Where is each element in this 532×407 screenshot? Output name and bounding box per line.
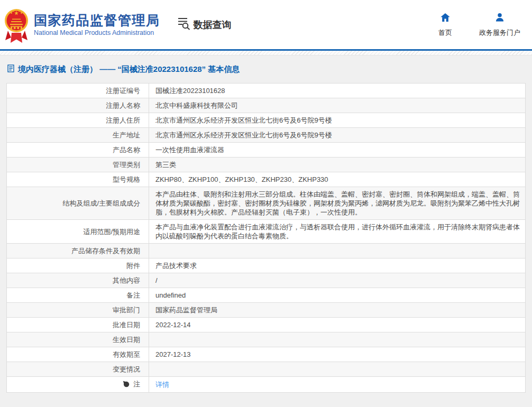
- row-label-text: 管理类别: [113, 161, 140, 169]
- row-label-text: 审批部门: [113, 306, 140, 314]
- row-label-text: 生效日期: [113, 336, 140, 344]
- row-value: ZKHP80、ZKHP100、ZKHP130、ZKHP230、ZKHP330: [149, 172, 526, 187]
- nav-item-service-portal[interactable]: 政务服务门户: [479, 12, 520, 38]
- row-value-text: 北京市通州区永乐经济开发区恒业北七街6号及6号院9号楼: [155, 116, 332, 124]
- breadcrumb-text: 境内医疗器械（注册） —— “国械注准20223101628” 基本信息: [18, 64, 240, 75]
- row-value: [149, 332, 526, 347]
- row-label: 注: [7, 377, 149, 393]
- row-value-text: /: [155, 276, 158, 284]
- row-value-text: 本产品与血液净化装置配合进行血液灌流治疗，与透析器联合使用，进行体外循环血液灌流…: [155, 223, 520, 240]
- row-value: [149, 244, 526, 258]
- table-row: 附件 产品技术要求: [7, 258, 526, 273]
- row-label-text: 注: [133, 380, 140, 388]
- site-subtitle: National Medical Products Administration: [34, 29, 160, 36]
- table-row: 审批部门 国家药品监督管理局: [7, 303, 526, 318]
- row-label: 附件: [7, 258, 149, 273]
- site-logo[interactable]: 国家药品监督管理局 National Medical Products Admi…: [4, 3, 160, 47]
- breadcrumb: 境内医疗器械（注册） —— “国械注准20223101628” 基本信息: [6, 56, 526, 83]
- row-label: 注册证编号: [7, 84, 149, 98]
- row-label: 结构及组成/主要组成成分: [7, 187, 149, 220]
- row-label: 产品名称: [7, 143, 149, 158]
- row-label-text: 产品名称: [113, 146, 140, 154]
- row-label: 其他内容: [7, 273, 149, 288]
- row-label-text: 附件: [126, 262, 140, 270]
- row-value: 北京市通州区永乐经济开发区恒业北七街6号及6号院9号楼: [149, 128, 526, 143]
- row-value: 北京市通州区永乐经济开发区恒业北七街6号及6号院9号楼: [149, 113, 526, 128]
- row-value: 2027-12-13: [149, 347, 526, 362]
- row-value: 本产品与血液净化装置配合进行血液灌流治疗，与透析器联合使用，进行体外循环血液灌流…: [149, 220, 526, 244]
- row-value: 本产品由柱体、吸附剂和注射用水三部分组成。柱体由端盖、盖帽、密封塞、密封圈、筒体…: [149, 187, 526, 220]
- top-nav: 首页 政务服务门户: [433, 12, 524, 38]
- row-value-text: 国家药品监督管理局: [155, 306, 217, 314]
- row-label-text: 适用范围/预期用途: [83, 228, 140, 236]
- row-label-text: 批准日期: [113, 321, 140, 329]
- row-value-text: 国械注准20223101628: [155, 87, 225, 95]
- document-list-icon: [7, 64, 14, 74]
- table-row: 备注 undefined: [7, 288, 526, 303]
- row-value: undefined: [149, 288, 526, 303]
- row-value-text: ZKHP80、ZKHP100、ZKHP130、ZKHP230、ZKHP330: [155, 175, 328, 183]
- row-label-text: 结构及组成/主要组成成分: [62, 199, 140, 207]
- row-label-text: 其他内容: [113, 276, 140, 284]
- home-icon: [440, 12, 451, 24]
- comment-bubble-icon: [123, 381, 130, 390]
- table-row: 其他内容 /: [7, 273, 526, 288]
- table-row: 注册人住所 北京市通州区永乐经济开发区恒业北七街6号及6号院9号楼: [7, 113, 526, 128]
- row-label: 管理类别: [7, 158, 149, 172]
- site-header: 国家药品监督管理局 National Medical Products Admi…: [0, 0, 532, 49]
- row-value-text: 一次性使用血液灌流器: [155, 146, 224, 154]
- table-row: 产品储存条件及有效期: [7, 244, 526, 258]
- row-label: 生效日期: [7, 332, 149, 347]
- row-value: 国械注准20223101628: [149, 84, 526, 98]
- row-label: 备注: [7, 288, 149, 303]
- table-row: 有效期至 2027-12-13: [7, 347, 526, 362]
- nav-item-label: 政务服务门户: [479, 28, 520, 38]
- table-row: 产品名称 一次性使用血液灌流器: [7, 143, 526, 158]
- row-label: 产品储存条件及有效期: [7, 244, 149, 258]
- row-value-text: 产品技术要求: [155, 262, 197, 270]
- content: 境内医疗器械（注册） —— “国械注准20223101628” 基本信息 注册证…: [0, 56, 532, 393]
- row-value: 国家药品监督管理局: [149, 303, 526, 318]
- brand-text: 国家药品监督管理局 National Medical Products Admi…: [34, 13, 160, 37]
- row-label-text: 备注: [126, 291, 140, 299]
- table-row: 生产地址 北京市通州区永乐经济开发区恒业北七街6号及6号院9号楼: [7, 128, 526, 143]
- row-label: 批准日期: [7, 318, 149, 332]
- row-label: 生产地址: [7, 128, 149, 143]
- row-value: 详情: [149, 377, 526, 393]
- row-value: 一次性使用血液灌流器: [149, 143, 526, 158]
- row-value: 北京中科盛康科技有限公司: [149, 98, 526, 113]
- row-label-text: 型号规格: [113, 175, 140, 183]
- row-label-text: 注册人名称: [106, 101, 140, 109]
- row-value: [149, 362, 526, 377]
- data-query-label: 数据查询: [194, 18, 232, 31]
- row-label: 注册人名称: [7, 98, 149, 113]
- table-row: 适用范围/预期用途 本产品与血液净化装置配合进行血液灌流治疗，与透析器联合使用，…: [7, 220, 526, 244]
- national-emblem-icon: [4, 5, 29, 47]
- row-value-text: 本产品由柱体、吸附剂和注射用水三部分组成。柱体由端盖、盖帽、密封塞、密封圈、筒体…: [155, 190, 520, 216]
- row-label: 适用范围/预期用途: [7, 220, 149, 244]
- detail-link[interactable]: 详情: [155, 381, 169, 388]
- nav-item-label: 首页: [438, 28, 452, 38]
- row-label: 型号规格: [7, 172, 149, 187]
- table-row: 注册证编号 国械注准20223101628: [7, 84, 526, 98]
- info-table-body: 注册证编号 国械注准20223101628 注册人名称 北京中科盛康科技有限公司…: [7, 84, 526, 393]
- row-label: 有效期至: [7, 347, 149, 362]
- nav-item-home[interactable]: 首页: [433, 12, 458, 38]
- row-label: 注册人住所: [7, 113, 149, 128]
- site-title: 国家药品监督管理局: [34, 13, 160, 28]
- row-value-text: 北京中科盛康科技有限公司: [155, 101, 238, 109]
- row-label-text: 产品储存条件及有效期: [71, 247, 140, 255]
- row-label-text: 注册人住所: [106, 116, 140, 124]
- table-row: 结构及组成/主要组成成分 本产品由柱体、吸附剂和注射用水三部分组成。柱体由端盖、…: [7, 187, 526, 220]
- data-query-link[interactable]: 数据查询: [176, 17, 232, 33]
- row-value-text: 北京市通州区永乐经济开发区恒业北七街6号及6号院9号楼: [155, 131, 332, 139]
- row-label-text: 注册证编号: [106, 87, 140, 95]
- row-value: 2022-12-14: [149, 318, 526, 332]
- table-row: 型号规格 ZKHP80、ZKHP100、ZKHP130、ZKHP230、ZKHP…: [7, 172, 526, 187]
- row-value-text: 2022-12-14: [155, 321, 191, 329]
- document-search-icon: [176, 17, 190, 33]
- row-value: 第三类: [149, 158, 526, 172]
- table-row: 注 详情: [7, 377, 526, 393]
- row-label: 审批部门: [7, 303, 149, 318]
- user-icon: [494, 12, 505, 24]
